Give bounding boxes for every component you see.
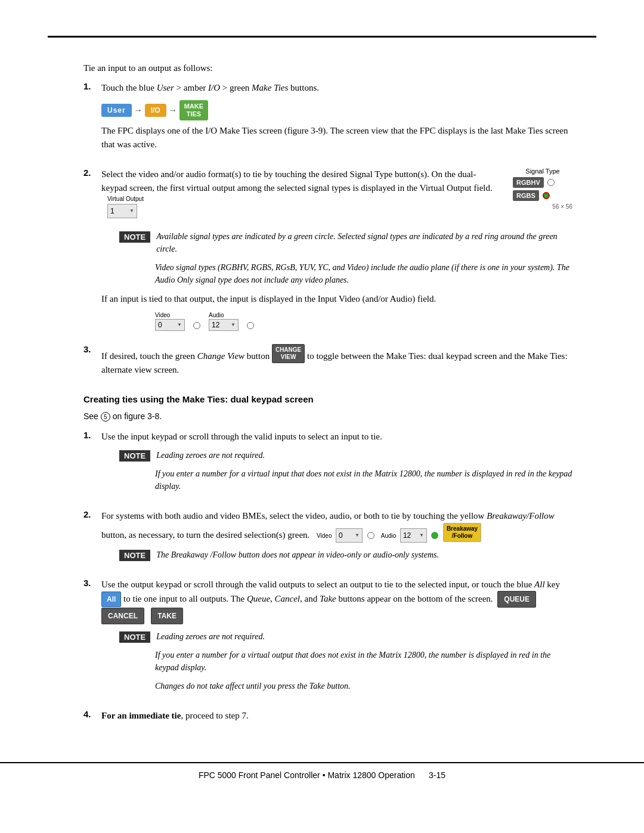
video-select-3[interactable]: 0 ▼ (336, 528, 363, 543)
step2-1-content: Use the input keypad or scroll through t… (101, 430, 572, 499)
arrow-1: → (134, 106, 143, 115)
video-circle-3 (367, 532, 374, 539)
audio-value-2: 12 (212, 321, 219, 329)
signal-sub-label: 56 × 56 (513, 203, 572, 210)
video-field-group: Video 0 ▼ (155, 312, 185, 331)
io-button[interactable]: I/O (145, 104, 166, 117)
step-2-num: 2. (83, 168, 101, 333)
user-button[interactable]: User (101, 104, 132, 117)
rgbhv-circle (547, 179, 555, 186)
virtual-output-container: Virtual Output 1 ▼ (107, 194, 144, 218)
video-audio-row-inline: Video 0 ▼ Audio 12 ▼ (317, 530, 481, 540)
step2-1-text: Use the input keypad or scroll through t… (101, 430, 572, 444)
video-label-3: Video (317, 532, 333, 539)
step-1-text: Touch the blue User > amber I/O > green … (101, 81, 572, 95)
note-3-label: NOTE (119, 450, 150, 462)
footer-page: 3-15 (429, 770, 445, 780)
step-2-para3: If an input is tied to that output, the … (101, 292, 572, 306)
video-arrow-3: ▼ (355, 532, 360, 539)
note-3-extra-text: If you enter a number for a virtual inpu… (155, 467, 572, 493)
step-3-row: 3. If desired, touch the green Change Vi… (83, 344, 572, 383)
section-heading: Creating ties using the Make Ties: dual … (83, 393, 572, 407)
note-5-block: NOTE Leading zeroes are not required. (119, 630, 572, 643)
step2-4-rest: , proceed to step 7. (181, 711, 248, 720)
note-5-label: NOTE (119, 631, 150, 643)
note-5-extra2: Changes do not take affect until you pre… (155, 680, 572, 692)
audio-select-2[interactable]: 12 ▼ (209, 319, 239, 331)
step-1-num: 1. (83, 81, 101, 157)
step2-2-num: 2. (83, 509, 101, 567)
take-button[interactable]: TAKE (151, 608, 183, 624)
step2-3-content: Use the output keypad or scroll through … (101, 578, 572, 699)
circle-5: 5 (101, 412, 110, 422)
step2-1-num: 1. (83, 430, 101, 499)
note-1-text: Available signal types are indicated by … (156, 230, 572, 255)
step-1-block: 1. Touch the blue User > amber I/O > gre… (83, 81, 572, 157)
video-value-3: 0 (339, 530, 343, 541)
signal-type-box: Signal Type RGBHV RGBS 56 × 56 (513, 168, 572, 210)
step2-2-row: 2. For systems with both audio and video… (83, 509, 572, 567)
audio-value-3: 12 (403, 530, 411, 541)
make-ties-button[interactable]: MAKETIES (179, 100, 208, 120)
step-3-text: If desired, touch the green Change View … (101, 344, 572, 377)
step2-3-block: 3. Use the output keypad or scroll throu… (83, 578, 572, 699)
step2-1-row: 1. Use the input keypad or scroll throug… (83, 430, 572, 499)
step-3-content: If desired, touch the green Change View … (101, 344, 572, 383)
content: Tie an input to an output as follows: 1.… (83, 61, 572, 729)
step-3-num: 3. (83, 344, 101, 383)
rgbhv-row: RGBHV (513, 177, 572, 188)
video-audio-row-2: Video 0 ▼ Audio 12 ▼ (155, 312, 572, 331)
virtual-output-arrow: ▼ (129, 208, 134, 215)
step-1-row: 1. Touch the blue User > amber I/O > gre… (83, 81, 572, 157)
audio-label-2: Audio (209, 312, 239, 318)
video-select-2[interactable]: 0 ▼ (155, 319, 185, 331)
rgbhv-button[interactable]: RGBHV (513, 177, 544, 188)
change-view-button[interactable]: CHANGEVIEW (272, 344, 305, 363)
arrow-2: → (169, 106, 177, 115)
virtual-output-field[interactable]: 1 ▼ (107, 204, 137, 218)
breakaway-follow-button[interactable]: Breakaway/Follow (443, 523, 481, 542)
io-italic: I/O (208, 83, 220, 92)
step-3-block: 3. If desired, touch the green Change Vi… (83, 344, 572, 383)
all-button[interactable]: All (101, 592, 121, 607)
rgbs-row: RGBS (513, 190, 572, 201)
button-sequence-row: User → I/O → MAKETIES (101, 100, 572, 120)
step2-2-content: For systems with both audio and video BM… (101, 509, 572, 567)
step-2-row: 2. Select the video and/or audio format(… (83, 168, 572, 333)
step2-4-content: For an immediate tie, proceed to step 7. (101, 709, 572, 729)
note-3-text: Leading zeroes are not required. (156, 449, 265, 462)
note-1-label: NOTE (119, 231, 150, 243)
page: Tie an input to an output as follows: 1.… (0, 0, 644, 787)
note-2-italic-block: Video signal types (RGBHV, RGBS, RGsB, Y… (155, 261, 572, 286)
note-5-text: Leading zeroes are not required. (156, 630, 265, 643)
step2-4-text: For an immediate tie, proceed to step 7. (101, 709, 572, 723)
note-4-label: NOTE (119, 550, 150, 561)
step-2-block: 2. Select the video and/or audio format(… (83, 168, 572, 333)
video-value-2: 0 (158, 321, 162, 329)
audio-select-3[interactable]: 12 ▼ (400, 528, 427, 543)
queue-button[interactable]: QUEUE (497, 591, 536, 608)
make-ties-italic: Make Ties (252, 83, 288, 92)
audio-circle-3-green (431, 532, 438, 539)
audio-arrow-3: ▼ (419, 532, 424, 539)
see-ref: See 5 on figure 3-8. (83, 410, 572, 423)
step2-3-row: 3. Use the output keypad or scroll throu… (83, 578, 572, 699)
step2-1-block: 1. Use the input keypad or scroll throug… (83, 430, 572, 499)
note-3-block: NOTE Leading zeroes are not required. (119, 449, 572, 462)
step2-4-block: 4. For an immediate tie, proceed to step… (83, 709, 572, 729)
note-5-extra2-text: Changes do not take affect until you pre… (155, 680, 572, 692)
top-border (48, 36, 596, 38)
video-arrow-2: ▼ (177, 322, 182, 327)
cancel-button[interactable]: CANCEL (101, 608, 144, 624)
rgbs-button[interactable]: RGBS (513, 190, 539, 201)
footer: FPC 5000 Front Panel Controller • Matrix… (0, 762, 644, 787)
audio-field-group: Audio 12 ▼ (209, 312, 239, 331)
video-circle-2 (193, 322, 200, 329)
step2-4-bold: For an immediate tie (101, 711, 181, 720)
intro-text: Tie an input to an output as follows: (83, 61, 572, 75)
note-3-extra: If you enter a number for a virtual inpu… (155, 467, 572, 493)
step-2-text: Select the video and/or audio format(s) … (101, 168, 501, 218)
signal-type-title: Signal Type (513, 168, 572, 175)
note-4-block: NOTE The Breakaway /Follow button does n… (119, 549, 572, 561)
step2-3-num: 3. (83, 578, 101, 699)
